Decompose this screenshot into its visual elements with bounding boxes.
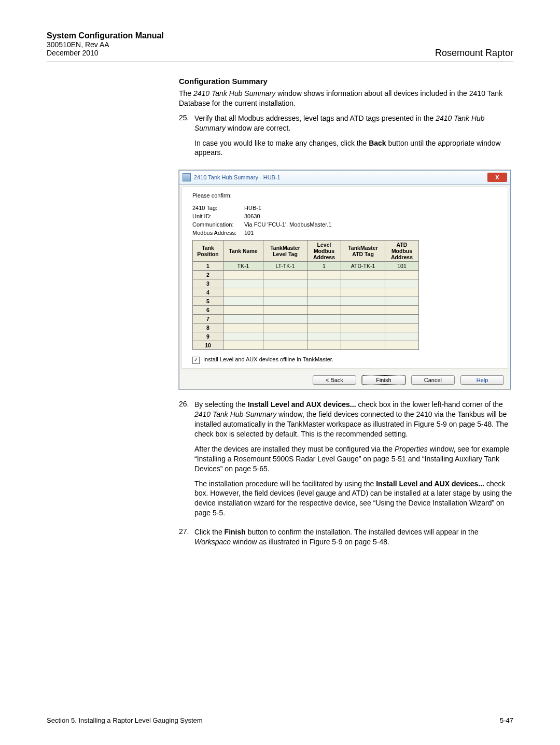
table-header: TankMaster ATD Tag (341, 241, 385, 262)
table-row[interactable]: 3 (193, 279, 419, 288)
table-cell (263, 271, 307, 279)
window-icon (183, 173, 191, 181)
dialog-titlebar[interactable]: 2410 Tank Hub Summary - HUB-1 X (179, 171, 510, 185)
dialog-title: 2410 Tank Hub Summary - HUB-1 (194, 174, 487, 180)
table-cell (341, 297, 385, 306)
table-cell (385, 324, 419, 332)
table-cell (307, 324, 341, 332)
field-value: 30630 (244, 213, 497, 219)
finish-button[interactable]: Finish (362, 375, 405, 385)
step-number: 26. (179, 400, 194, 523)
table-cell (223, 271, 263, 279)
table-cell: 1 (307, 262, 341, 271)
table-cell: 7 (193, 315, 223, 324)
table-cell (263, 297, 307, 306)
table-row[interactable]: 7 (193, 315, 419, 324)
table-cell (263, 332, 307, 341)
field-label: Communication: (192, 221, 244, 228)
back-button[interactable]: < Back (313, 375, 356, 385)
table-cell (307, 271, 341, 279)
table-cell (223, 324, 263, 332)
table-cell (385, 306, 419, 315)
table-row[interactable]: 2 (193, 271, 419, 279)
section-title: Configuration Summary (179, 77, 513, 86)
step-26: 26. By selecting the Install Level and A… (179, 400, 513, 523)
table-cell (385, 341, 419, 350)
table-cell: 3 (193, 279, 223, 288)
table-cell: LT-TK-1 (263, 262, 307, 271)
table-cell: 101 (385, 262, 419, 271)
table-cell: 10 (193, 341, 223, 350)
intro-text: The 2410 Tank Hub Summary window shows i… (179, 89, 513, 108)
table-row[interactable]: 4 (193, 288, 419, 297)
table-cell (263, 306, 307, 315)
table-header: Level Modbus Address (307, 241, 341, 262)
table-cell: ATD-TK-1 (341, 262, 385, 271)
table-cell: 1 (193, 262, 223, 271)
table-cell (307, 332, 341, 341)
table-cell (385, 297, 419, 306)
field-value: HUB-1 (244, 205, 497, 211)
field-label: Unit ID: (192, 213, 244, 219)
install-offline-checkbox-row[interactable]: ✓ Install Level and AUX devices offline … (192, 356, 497, 364)
product-name: Rosemount Raptor (435, 48, 513, 59)
step-text: Click the Finish button to confirm the i… (194, 527, 513, 547)
table-cell (263, 315, 307, 324)
field-value: Via FCU 'FCU-1', ModbusMaster.1 (244, 221, 497, 228)
step-text: The installation procedure will be facil… (194, 479, 513, 518)
table-cell (341, 271, 385, 279)
table-row[interactable]: 8 (193, 324, 419, 332)
table-cell: 2 (193, 271, 223, 279)
table-cell (223, 306, 263, 315)
step-25: 25. Verify that all Modbus addresses, le… (179, 114, 513, 163)
doc-date: December 2010 (47, 49, 164, 57)
table-row[interactable]: 6 (193, 306, 419, 315)
table-cell (341, 315, 385, 324)
table-cell (341, 324, 385, 332)
table-row[interactable]: 9 (193, 332, 419, 341)
please-confirm-label: Please confirm: (192, 192, 497, 199)
table-cell (307, 315, 341, 324)
table-cell: 6 (193, 306, 223, 315)
step-text: In case you would like to make any chang… (194, 138, 513, 158)
table-cell (341, 288, 385, 297)
checkbox-icon[interactable]: ✓ (192, 357, 200, 364)
table-cell (307, 341, 341, 350)
table-cell (263, 341, 307, 350)
table-cell (223, 315, 263, 324)
table-cell (341, 341, 385, 350)
table-header: Tank Name (223, 241, 263, 262)
table-cell (307, 306, 341, 315)
step-text: Verify that all Modbus addresses, level … (194, 114, 513, 133)
table-cell (385, 279, 419, 288)
field-label: 2410 Tag: (192, 205, 244, 211)
cancel-button[interactable]: Cancel (411, 375, 455, 385)
table-cell (307, 288, 341, 297)
step-number: 25. (179, 114, 194, 163)
table-cell (341, 332, 385, 341)
close-icon[interactable]: X (487, 173, 507, 182)
table-cell (307, 297, 341, 306)
table-header: Tank Position (193, 241, 223, 262)
table-cell (385, 315, 419, 324)
footer-section: Section 5. Installing a Raptor Level Gau… (47, 716, 203, 724)
table-cell (307, 279, 341, 288)
table-row[interactable]: 10 (193, 341, 419, 350)
table-cell (263, 288, 307, 297)
help-button[interactable]: Help (460, 375, 504, 385)
field-value: 101 (244, 230, 497, 236)
table-cell (223, 297, 263, 306)
page-footer: Section 5. Installing a Raptor Level Gau… (47, 716, 513, 724)
table-cell (385, 288, 419, 297)
table-row[interactable]: 5 (193, 297, 419, 306)
table-cell (223, 332, 263, 341)
step-number: 27. (179, 527, 194, 552)
table-cell: TK-1 (223, 262, 263, 271)
doc-number: 300510EN, Rev AA (47, 40, 164, 49)
table-cell (341, 279, 385, 288)
table-row[interactable]: 1TK-1LT-TK-11ATD-TK-1101 (193, 262, 419, 271)
field-label: Modbus Address: (192, 230, 244, 236)
page-header: System Configuration Manual 300510EN, Re… (47, 31, 513, 62)
step-27: 27. Click the Finish button to confirm t… (179, 527, 513, 552)
dialog-window: 2410 Tank Hub Summary - HUB-1 X Please c… (179, 170, 511, 389)
